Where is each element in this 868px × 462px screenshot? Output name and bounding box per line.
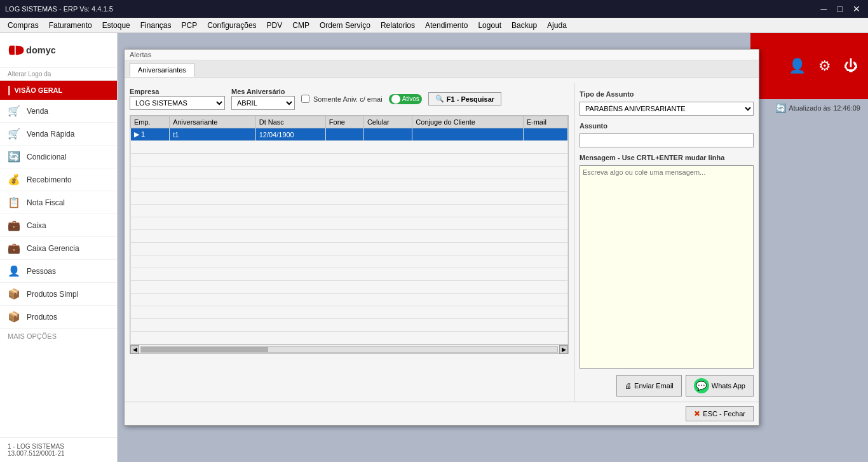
col-email: E-mail — [523, 116, 567, 128]
dialog-body: Empresa LOG SISTEMAS Mes Aniversário ABR… — [125, 83, 759, 402]
tipo-assunto-select[interactable]: PARABÉNS ANIVERSARIANTE — [580, 102, 754, 116]
sidebar-item-caixa-gerencia[interactable]: 💼 Caixa Gerencia — [0, 237, 117, 260]
binoculars-icon: 🔍 — [435, 95, 444, 103]
power-icon[interactable]: ⏻ — [844, 58, 858, 74]
sidebar-item-recebimento[interactable]: 💰 Recebimento — [0, 168, 117, 191]
table-row-empty — [131, 217, 568, 230]
mais-opcoes[interactable]: MAIS OPÇÕES — [0, 329, 117, 344]
tab-bar: Aniversariantes — [125, 60, 759, 78]
assunto-input[interactable] — [580, 133, 754, 147]
mes-group: Mes Aniversário ABRIL — [231, 88, 295, 110]
footer-company-name: 1 - LOG SISTEMAS — [8, 443, 109, 450]
menu-backup[interactable]: Backup — [506, 20, 542, 31]
alter-logo-text: Alterar Logo da — [0, 68, 117, 81]
menu-ordem-servico[interactable]: Ordem Serviço — [315, 20, 376, 31]
sidebar-item-nota-fiscal[interactable]: 📋 Nota Fiscal — [0, 191, 117, 214]
table-row[interactable]: ▶ 1 t1 12/04/1900 — [131, 128, 568, 141]
title-bar-left: LOG SISTEMAS - ERP Vs: 4.4.1.5 — [5, 5, 113, 13]
gear-icon[interactable]: ⚙ — [818, 58, 831, 74]
updated-label: Atualizado às — [789, 104, 831, 112]
dialog: Alertas Aniversariantes Empresa LOG SIST… — [124, 49, 759, 426]
mensagem-label: Mensagem - Use CRTL+ENTER mudar linha — [580, 154, 754, 161]
ativos-label: Ativos — [402, 95, 419, 102]
whatsapp-btn-label: Whats App — [712, 382, 745, 390]
close-button[interactable]: ✕ — [850, 4, 863, 14]
menu-bar: Compras Faturamento Estoque Finanças PCP… — [0, 18, 868, 33]
mensagem-textarea[interactable] — [580, 165, 754, 369]
menu-logout[interactable]: Logout — [473, 20, 506, 31]
search-button[interactable]: 🔍 F1 - Pesquisar — [428, 92, 501, 105]
menu-faturamento[interactable]: Faturamento — [44, 20, 97, 31]
mes-select[interactable]: ABRIL — [231, 96, 295, 110]
sidebar-label-produtos-simples: Produtos Simpl — [27, 290, 78, 299]
table-header-row: Emp. Aniversariante Dt Nasc Fone Celular… — [131, 116, 568, 128]
sidebar-item-produtos[interactable]: 📦 Produtos — [0, 306, 117, 329]
condicional-icon: 🔄 — [8, 151, 20, 163]
scroll-left-btn[interactable]: ◀ — [130, 345, 139, 354]
sidebar-label-nota-fiscal: Nota Fiscal — [27, 198, 65, 207]
content-area: 👤 ⚙ ⏻ 🔄 Atualizado às 12:46:09 Alertas A… — [118, 33, 868, 462]
cell-email — [523, 128, 567, 141]
menu-pcp[interactable]: PCP — [176, 20, 202, 31]
dialog-right-panel: Tipo de Assunto PARABÉNS ANIVERSARIANTE … — [574, 83, 759, 402]
alert-label: Alertas — [130, 51, 151, 58]
visao-geral-label: VISÃO GERAL — [14, 86, 62, 94]
mes-label: Mes Aniversário — [231, 88, 295, 95]
svg-text:domyc: domyc — [26, 45, 56, 55]
col-dt-nasc: Dt Nasc — [255, 116, 325, 128]
menu-estoque[interactable]: Estoque — [97, 20, 135, 31]
menu-atendimento[interactable]: Atendimento — [420, 20, 473, 31]
search-btn-label: F1 - Pesquisar — [447, 95, 494, 103]
sidebar-item-condicional[interactable]: 🔄 Condicional — [0, 146, 117, 168]
email-button[interactable]: 🖨 Enviar Email — [616, 375, 682, 397]
sidebar-item-pessoas[interactable]: 👤 Pessoas — [0, 260, 117, 283]
venda-rapida-icon: 🛒 — [8, 128, 20, 140]
cell-arrow: ▶ 1 — [131, 128, 170, 141]
ativos-toggle[interactable]: Ativos — [389, 94, 422, 104]
email-icon: 🖨 — [625, 382, 632, 390]
main-layout: domyc Alterar Logo da VISÃO GERAL 🛒 Vend… — [0, 33, 868, 462]
table-row-empty — [131, 192, 568, 205]
venda-icon: 🛒 — [8, 105, 20, 117]
scroll-right-btn[interactable]: ▶ — [559, 345, 568, 354]
menu-ajuda[interactable]: Ajuda — [542, 20, 572, 31]
dialog-left-panel: Empresa LOG SISTEMAS Mes Aniversário ABR… — [125, 83, 574, 402]
sidebar-label-produtos: Produtos — [27, 313, 57, 322]
user-icon[interactable]: 👤 — [789, 58, 806, 74]
sidebar-label-caixa-gerencia: Caixa Gerencia — [27, 244, 79, 253]
menu-cmp[interactable]: CMP — [287, 20, 315, 31]
tab-aniversariantes[interactable]: Aniversariantes — [130, 63, 194, 77]
empresa-select[interactable]: LOG SISTEMAS — [130, 96, 225, 110]
sidebar-item-caixa[interactable]: 💼 Caixa — [0, 214, 117, 237]
menu-configuracoes[interactable]: Configurações — [202, 20, 261, 31]
table-row-empty — [131, 306, 568, 319]
sidebar-item-produtos-simples[interactable]: 📦 Produtos Simpl — [0, 283, 117, 306]
sidebar: domyc Alterar Logo da VISÃO GERAL 🛒 Vend… — [0, 33, 118, 462]
table-row-empty — [131, 332, 568, 344]
horizontal-scrollbar[interactable]: ◀ ▶ — [130, 345, 569, 354]
sidebar-item-venda-rapida[interactable]: 🛒 Venda Rápida — [0, 123, 117, 146]
produtos-simples-icon: 📦 — [8, 288, 20, 300]
table-row-empty — [131, 154, 568, 166]
table-row-empty — [131, 255, 568, 268]
sidebar-item-venda[interactable]: 🛒 Venda — [0, 100, 117, 123]
menu-relatorios[interactable]: Relatorios — [376, 20, 420, 31]
empresa-group: Empresa LOG SISTEMAS — [130, 88, 225, 110]
col-conjuge: Conjuge do Cliente — [412, 116, 523, 128]
sidebar-nav: 🛒 Venda 🛒 Venda Rápida 🔄 Condicional 💰 R… — [0, 100, 117, 437]
alert-bar: Alertas — [125, 50, 759, 60]
scroll-track[interactable] — [140, 346, 558, 353]
whatsapp-icon: 💬 — [694, 378, 709, 393]
whatsapp-button[interactable]: 💬 Whats App — [686, 375, 754, 397]
somente-checkbox[interactable] — [301, 95, 309, 103]
close-button[interactable]: ✖ ESC - Fechar — [686, 406, 754, 421]
minimize-button[interactable]: ─ — [818, 4, 830, 14]
menu-financas[interactable]: Finanças — [135, 20, 177, 31]
col-fone: Fone — [325, 116, 363, 128]
table-row-empty — [131, 230, 568, 243]
menu-pdv[interactable]: PDV — [262, 20, 288, 31]
menu-compras[interactable]: Compras — [3, 20, 44, 31]
maximize-button[interactable]: □ — [835, 4, 845, 14]
table-scroll-container[interactable]: Emp. Aniversariante Dt Nasc Fone Celular… — [130, 115, 569, 345]
scroll-thumb[interactable] — [141, 347, 268, 352]
